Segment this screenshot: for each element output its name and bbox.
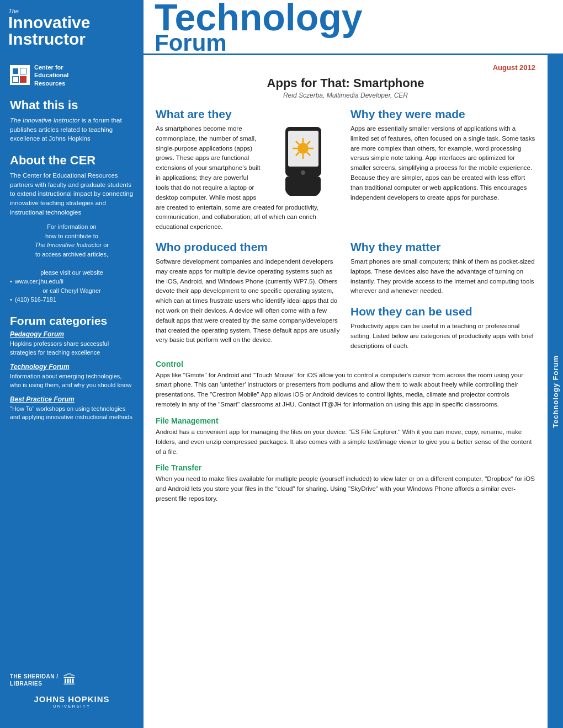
pedagogy-forum-desc: Hopkins professors share successful stra… [10, 340, 134, 357]
about-cer-body: The Center for Educational Resources par… [10, 171, 134, 217]
header-left: The Innovative Instructor [0, 0, 144, 55]
what-are-they-col: What are they [156, 108, 341, 232]
technology-forum-link[interactable]: Technology Forum [10, 363, 134, 371]
who-produced-heading: Who produced them [156, 240, 341, 254]
website-link[interactable]: www.cer.jhu.edu/ii [10, 277, 134, 286]
middle-two-col: Who produced them Software development c… [156, 240, 535, 351]
why-matter-heading: Why they matter [350, 240, 535, 254]
control-heading: Control [156, 360, 535, 368]
file-management-body: Android has a convenient app for managin… [156, 427, 535, 457]
file-transfer-section: File Transfer When you need to make file… [156, 463, 535, 504]
sheridan-logo: THE SHERIDAN /LIBRARIES 🏛 [10, 672, 134, 688]
forum-categories-title: Forum categories [10, 314, 134, 328]
cer-label: Center forEducationalResources [34, 63, 68, 87]
phone-number: (410) 516-7181 [10, 295, 134, 304]
svg-rect-13 [285, 176, 321, 192]
why-matter-col: Why they matter Smart phones are small c… [350, 240, 535, 351]
about-cer-title: About the CER [10, 153, 134, 168]
control-body: Apps like "Gmote" for Android and "Touch… [156, 371, 535, 410]
file-management-section: File Management Android has a convenient… [156, 416, 535, 457]
header-right: Technology Forum [144, 0, 563, 55]
right-tab-text: Technology Forum [551, 355, 560, 428]
why-made-col: Why they were made Apps are essentially … [350, 108, 535, 232]
article-title: Apps for That: Smartphone [156, 76, 535, 90]
file-transfer-heading: File Transfer [156, 463, 535, 472]
technology-forum-desc: Information about emerging technologies,… [10, 372, 134, 390]
file-management-heading: File Management [156, 416, 535, 425]
cer-logo-graphic [10, 65, 30, 85]
header: The Innovative Instructor Technology For… [0, 0, 563, 55]
sidebar: Center forEducationalResources What this… [0, 55, 144, 728]
right-tab: Technology Forum [548, 55, 563, 728]
technology-forum-title: Technology Forum [155, 0, 363, 54]
article-subtitle: Reid Sczerba, Multimedia Developer, CER [156, 92, 535, 99]
bottom-logos: THE SHERIDAN /LIBRARIES 🏛 JOHNS HOPKINS … [0, 664, 144, 717]
how-used-body: Productivity apps can be useful in a tea… [350, 322, 535, 351]
why-made-heading: Why they were made [350, 108, 535, 121]
why-made-body: Apps are essentially smaller versions of… [350, 124, 535, 203]
how-used-heading: How they can be used [350, 305, 535, 318]
cer-logo-box: Center forEducationalResources [10, 63, 134, 87]
why-matter-body: Smart phones are small computers; think … [350, 257, 535, 296]
info-box: For information on how to contribute to … [10, 222, 134, 304]
best-practice-forum-desc: "How To" workshops on using technologies… [10, 405, 134, 422]
file-transfer-body: When you need to make files available fo… [156, 474, 535, 504]
svg-point-11 [301, 170, 305, 175]
top-two-col: What are they [156, 108, 535, 232]
date-line: August 2012 [156, 63, 535, 72]
who-produced-col: Who produced them Software development c… [156, 240, 341, 351]
body-container: Center forEducationalResources What this… [0, 55, 563, 728]
jhu-sub: UNIVERSITY [53, 704, 91, 709]
control-section: Control Apps like "Gmote" for Android an… [156, 360, 535, 410]
what-this-is-body: The Innovative Instructor is a forum tha… [10, 116, 134, 143]
innovative-instructor-title: The Innovative Instructor [8, 8, 90, 47]
jhu-name: JOHNS HOPKINS [34, 694, 109, 704]
sheridan-text: THE SHERIDAN /LIBRARIES [10, 673, 59, 687]
main-content: August 2012 Apps for That: Smartphone Re… [144, 55, 548, 728]
what-this-is-title: What this is [10, 98, 134, 113]
who-produced-body: Software development companies and indep… [156, 257, 341, 345]
what-are-they-heading: What are they [156, 108, 341, 121]
library-icon: 🏛 [63, 672, 76, 688]
best-practice-forum-link[interactable]: Best Practice Forum [10, 395, 134, 403]
jhu-logo: JOHNS HOPKINS UNIVERSITY [10, 694, 134, 709]
what-are-they-body: As smartphones become more commonplace, … [156, 124, 341, 232]
pedagogy-forum-link[interactable]: Pedagogy Forum [10, 330, 134, 338]
phone-image [269, 124, 341, 196]
how-used-section: How they can be used Productivity apps c… [350, 305, 535, 351]
